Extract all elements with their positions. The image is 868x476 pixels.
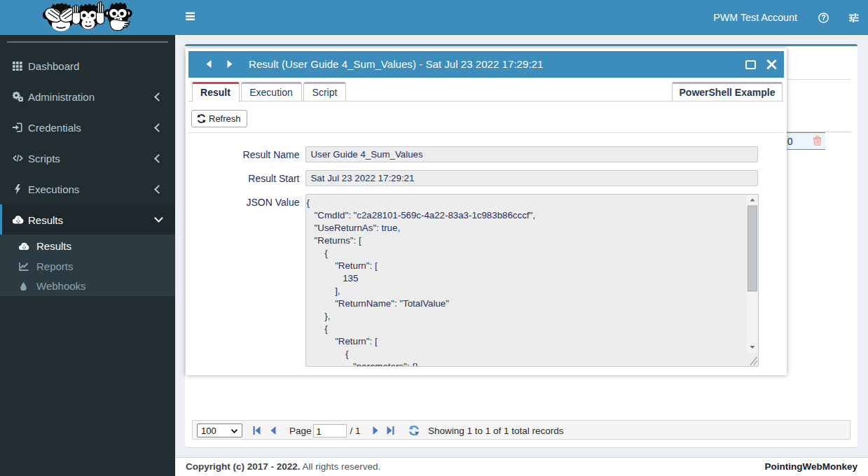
svg-text:?: ?	[821, 13, 825, 22]
